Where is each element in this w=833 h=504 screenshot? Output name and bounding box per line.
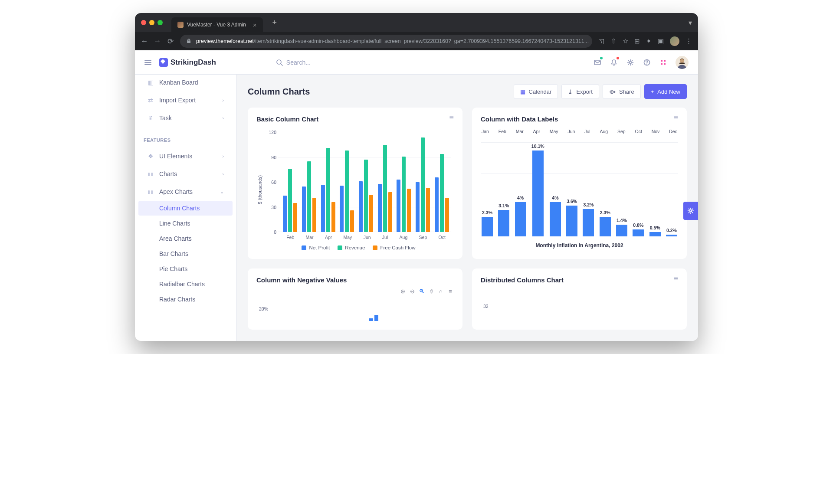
extensions-grid-icon[interactable]: ⊞	[634, 37, 640, 45]
password-key-icon[interactable]: ⚿	[598, 38, 605, 45]
nav-forward-icon[interactable]: →	[154, 37, 161, 46]
legend-item[interactable]: Revenue	[338, 245, 365, 250]
legend-swatch	[302, 245, 306, 250]
address-bar[interactable]: 🔒︎ preview.themeforest.net/item/striking…	[180, 35, 592, 48]
bar-group	[378, 145, 392, 232]
bar	[566, 206, 577, 236]
sidebar-item-charts[interactable]: ⫾⫾ Charts ›	[138, 165, 233, 183]
negative-values-chart-preview	[369, 315, 454, 321]
bar	[397, 180, 400, 232]
button-label: Calendar	[529, 88, 552, 95]
logo-mark-icon	[159, 58, 168, 67]
calendar-button[interactable]: ▦ Calendar	[514, 84, 558, 99]
button-label: Share	[619, 88, 634, 95]
magnify-icon[interactable]: 🔍︎	[418, 288, 425, 295]
sidebar-sub-item[interactable]: Column Charts	[138, 201, 233, 216]
legend-item[interactable]: Free Cash Flow	[373, 245, 415, 250]
zoom-in-icon[interactable]: ⊕	[399, 288, 406, 295]
button-label: Add New	[657, 88, 680, 95]
macos-zoom-icon[interactable]	[157, 20, 163, 25]
bar-column: 2.3%	[600, 210, 611, 236]
x-tick: Apr	[533, 129, 540, 134]
hamburger-icon[interactable]	[144, 60, 151, 65]
bar-column: 10.1%	[531, 144, 544, 236]
reload-icon[interactable]: ⟳	[167, 37, 174, 46]
window-chevron-icon[interactable]: ▾	[689, 19, 692, 27]
add-new-button[interactable]: + Add New	[644, 84, 687, 99]
sidebar-item-task[interactable]: 🗎︎ Task ›	[138, 109, 233, 127]
help-icon[interactable]	[643, 58, 651, 67]
share-up-icon[interactable]: ⇧	[611, 37, 617, 45]
nav-back-icon[interactable]: ←	[141, 37, 148, 46]
x-tick: Mar	[516, 129, 524, 134]
chart-menu-icon[interactable]: ≡	[449, 115, 454, 120]
bell-icon[interactable]	[610, 58, 618, 67]
bar-column: 3.1%	[498, 203, 509, 236]
bell-badge	[617, 57, 619, 59]
chart-menu-icon[interactable]: ≡	[673, 276, 678, 281]
pan-icon[interactable]: ✋︎	[428, 288, 435, 295]
lock-icon: 🔒︎	[186, 38, 192, 44]
data-label: 0.8%	[633, 223, 643, 228]
page-title: Column Charts	[248, 87, 310, 97]
settings-fab[interactable]	[683, 202, 698, 220]
sidebar-section-label: FEATURES	[135, 127, 236, 147]
x-tick: Sep	[617, 129, 626, 134]
puzzle-icon[interactable]: ✦	[646, 37, 652, 45]
favicon-icon	[177, 22, 184, 28]
browser-tab-strip: VueMaster - Vue 3 Admin × + ▾	[135, 13, 698, 32]
x-tick: Mar	[306, 235, 314, 240]
browser-tab[interactable]: VueMaster - Vue 3 Admin ×	[171, 17, 263, 32]
sidebar-sub-item[interactable]: Area Charts	[138, 231, 233, 246]
global-search[interactable]: Search...	[276, 59, 311, 66]
home-icon[interactable]: ⌂	[437, 288, 444, 295]
macos-minimize-icon[interactable]	[149, 20, 154, 25]
sidebar-sub-item[interactable]: Radar Charts	[138, 292, 233, 307]
bar	[445, 198, 449, 232]
bar	[369, 195, 373, 232]
chart-menu-icon[interactable]: ≡	[447, 288, 454, 295]
bar-column: 1.4%	[616, 218, 627, 236]
app-topbar: StrikingDash Search...	[135, 50, 698, 75]
locale-flag-icon[interactable]	[659, 58, 668, 67]
url-host: preview.themeforest.net	[196, 38, 254, 44]
kebab-icon[interactable]: ⋮	[685, 37, 692, 45]
sidebar-sub-item[interactable]: Line Charts	[138, 216, 233, 231]
export-button[interactable]: ⤓ Export	[561, 84, 599, 99]
chart-toolbar: ⊕ ⊖ 🔍︎ ✋︎ ⌂ ≡	[399, 288, 454, 295]
sidebar-sub-item[interactable]: Pie Charts	[138, 262, 233, 276]
chart-legend: Net ProfitRevenueFree Cash Flow	[263, 245, 454, 250]
sidebar-item-kanban[interactable]: ▥ Kanban Board	[138, 75, 233, 91]
data-label: 2.3%	[600, 210, 610, 215]
sidebar-sub-item[interactable]: Bar Charts	[138, 246, 233, 261]
bar	[345, 151, 349, 232]
x-tick: Sep	[419, 235, 427, 240]
x-tick: Jul	[584, 129, 590, 134]
macos-close-icon[interactable]	[141, 20, 146, 25]
bar	[402, 157, 406, 232]
bar	[378, 184, 382, 232]
panel-icon[interactable]: ▣	[658, 37, 664, 45]
chart-menu-icon[interactable]: ≡	[673, 115, 678, 120]
bar	[350, 210, 354, 232]
sidebar-item-import-export[interactable]: ⇄ Import Export ›	[138, 92, 233, 109]
legend-item[interactable]: Net Profit	[302, 245, 330, 250]
bar-group	[397, 157, 411, 232]
profile-avatar-icon[interactable]	[670, 36, 679, 46]
new-tab-icon[interactable]: +	[272, 18, 277, 27]
bar	[649, 232, 661, 236]
bar	[515, 202, 526, 236]
close-icon[interactable]: ×	[253, 21, 257, 29]
brand-logo[interactable]: StrikingDash	[159, 58, 216, 67]
star-icon[interactable]: ☆	[623, 37, 628, 45]
gear-icon[interactable]	[626, 58, 635, 67]
bar	[416, 182, 420, 232]
sidebar-item-apex-charts[interactable]: ⫾⫾ Apex Charts ⌄	[138, 183, 233, 200]
mail-icon[interactable]	[593, 58, 602, 67]
share-button[interactable]: ⟴ Share	[603, 84, 641, 99]
avatar[interactable]	[676, 56, 689, 69]
zoom-out-icon[interactable]: ⊖	[409, 288, 416, 295]
sidebar-sub-item[interactable]: Radialbar Charts	[138, 277, 233, 291]
bar-column: 0.8%	[633, 223, 644, 236]
sidebar-item-ui-elements[interactable]: ❖ UI Elements ›	[138, 147, 233, 165]
